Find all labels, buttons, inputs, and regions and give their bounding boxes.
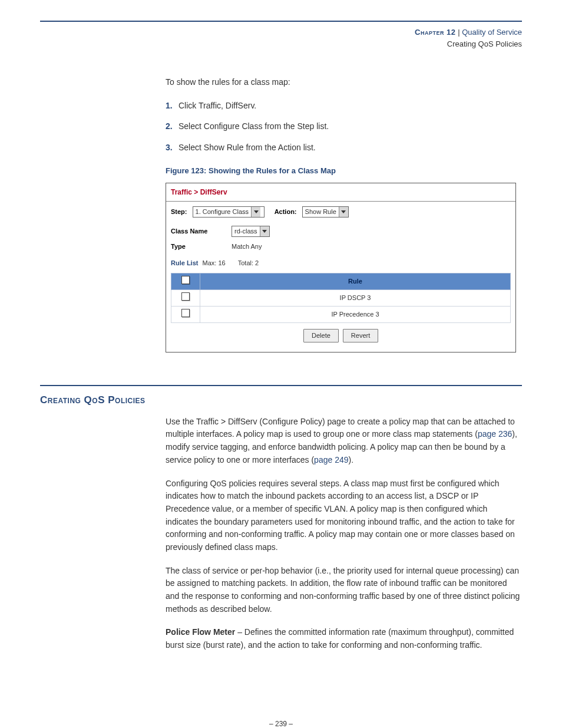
paragraph: Police Flow Meter – Defines the committe… xyxy=(166,626,522,651)
section-heading: Creating QoS Policies xyxy=(40,394,522,406)
chevron-down-icon xyxy=(251,207,260,217)
row-checkbox[interactable] xyxy=(181,309,190,317)
step-text: Click Traffic, DiffServ. xyxy=(178,101,256,110)
page-link-249[interactable]: page 249 xyxy=(314,455,348,465)
page-number: 239 xyxy=(275,720,287,728)
step-number: 1. xyxy=(166,100,178,113)
delete-button[interactable]: Delete xyxy=(303,329,339,342)
footer-dash: – xyxy=(269,720,275,728)
paragraph: Configuring QoS policies requires severa… xyxy=(166,477,522,554)
step-select[interactable]: 1. Configure Class xyxy=(193,206,265,218)
rule-list-label: Rule List xyxy=(171,259,198,266)
breadcrumb: Traffic > DiffServ xyxy=(166,183,515,202)
rule-cell: IP DSCP 3 xyxy=(200,289,511,306)
rule-list-max: Max: 16 xyxy=(203,259,226,266)
para-bold: Police Flow Meter xyxy=(166,627,235,637)
revert-button[interactable]: Revert xyxy=(343,329,378,342)
page-link-236[interactable]: page 236 xyxy=(478,429,512,439)
step-text: Select Configure Class from the Step lis… xyxy=(178,121,329,131)
section-rule xyxy=(40,385,522,386)
para-text: Use the Traffic > DiffServ (Configure Po… xyxy=(166,417,515,439)
type-label: Type xyxy=(171,242,230,252)
paragraph: The class of service or per-hop behavior… xyxy=(166,565,522,616)
select-all-header[interactable] xyxy=(171,273,200,289)
table-row: IP DSCP 3 xyxy=(171,289,511,306)
top-rule xyxy=(40,21,522,22)
chevron-down-icon xyxy=(339,207,348,217)
button-row: Delete Revert xyxy=(171,323,511,347)
action-select-value: Show Rule xyxy=(303,207,339,217)
figure-caption: Figure 123: Showing the Rules for a Clas… xyxy=(166,165,522,177)
action-select[interactable]: Show Rule xyxy=(302,206,349,218)
action-label: Action: xyxy=(275,207,297,217)
paragraph: Use the Traffic > DiffServ (Configure Po… xyxy=(166,416,522,467)
step-number: 2. xyxy=(166,120,178,133)
step-text: Select Show Rule from the Action list. xyxy=(178,143,316,152)
row-checkbox[interactable] xyxy=(181,292,190,301)
type-value: Match Any xyxy=(232,243,262,250)
step-number: 3. xyxy=(166,141,178,154)
rule-table: Rule IP DSCP 3 IP Precedence 3 xyxy=(171,273,511,323)
step-item: 3.Select Show Rule from the Action list. xyxy=(166,141,522,154)
footer-dash: – xyxy=(287,720,293,728)
header-subtitle: Creating QoS Policies xyxy=(40,38,522,50)
chapter-title: Quality of Service xyxy=(462,28,522,37)
steps-list: 1.Click Traffic, DiffServ. 2.Select Conf… xyxy=(166,100,522,154)
para-text: ). xyxy=(349,455,354,465)
step-label: Step: xyxy=(171,207,187,217)
rule-cell: IP Precedence 3 xyxy=(200,306,511,322)
checkbox-icon xyxy=(181,276,190,284)
step-select-value: 1. Configure Class xyxy=(193,207,252,217)
class-name-value: rd-class xyxy=(232,226,260,236)
step-item: 2.Select Configure Class from the Step l… xyxy=(166,120,522,133)
screenshot-panel: Traffic > DiffServ Step: 1. Configure Cl… xyxy=(166,183,516,353)
rule-column-header: Rule xyxy=(200,273,511,289)
page-header: Chapter 12 | Quality of Service Creating… xyxy=(40,27,522,50)
class-name-select[interactable]: rd-class xyxy=(232,226,270,237)
chapter-label: Chapter 12 xyxy=(415,28,455,37)
header-pipe: | xyxy=(456,28,462,37)
intro-text: To show the rules for a class map: xyxy=(166,76,522,89)
chevron-down-icon xyxy=(260,226,269,236)
page-footer: – 239 – xyxy=(0,720,562,728)
rule-list-total: Total: 2 xyxy=(238,259,259,266)
step-item: 1.Click Traffic, DiffServ. xyxy=(166,100,522,113)
table-row: IP Precedence 3 xyxy=(171,306,511,322)
class-name-label: Class Name xyxy=(171,226,230,236)
